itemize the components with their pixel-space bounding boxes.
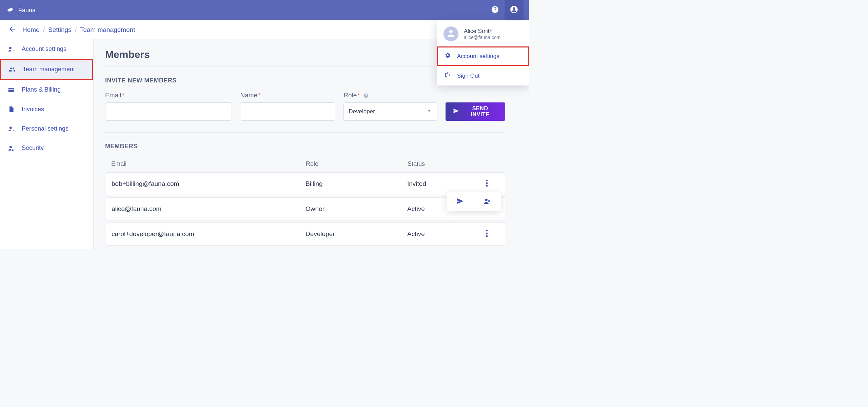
member-email: bob+billing@fauna.com xyxy=(112,180,305,188)
invite-name-input[interactable] xyxy=(240,102,335,121)
col-email: Email xyxy=(111,160,306,168)
role-help-icon[interactable] xyxy=(363,93,369,98)
required-indicator: * xyxy=(357,92,360,99)
back-button[interactable] xyxy=(8,25,16,35)
menu-item-label: Sign Out xyxy=(457,73,479,79)
remove-member-button[interactable] xyxy=(474,192,501,211)
topbar: Fauna xyxy=(0,0,529,20)
avatar-icon xyxy=(446,28,456,40)
sidebar-item-invoices[interactable]: Invoices xyxy=(0,99,93,119)
user-lock-icon xyxy=(7,145,16,152)
table-row: carol+developer@fauna.com Developer Acti… xyxy=(105,222,505,246)
users-icon xyxy=(8,66,17,73)
name-label: Name* xyxy=(240,92,335,99)
sidebar-item-team-management[interactable]: Team management xyxy=(0,59,93,80)
sidebar-item-label: Personal settings xyxy=(22,125,68,132)
required-indicator: * xyxy=(122,92,124,99)
breadcrumb-separator: / xyxy=(43,26,45,34)
member-role: Owner xyxy=(305,205,407,213)
svg-point-4 xyxy=(486,232,488,234)
members-section-label: MEMBERS xyxy=(105,143,517,150)
credit-card-icon xyxy=(7,86,16,93)
send-icon xyxy=(453,108,459,115)
svg-point-5 xyxy=(486,235,488,237)
member-status: Invited xyxy=(407,180,475,188)
account-button[interactable] xyxy=(505,0,524,20)
svg-point-0 xyxy=(486,179,488,181)
breadcrumb: Home / Settings / Team management xyxy=(22,26,135,34)
sidebar-item-personal-settings[interactable]: Personal settings xyxy=(0,119,93,138)
sidebar: Account settings Team management Plans &… xyxy=(0,39,94,249)
kebab-icon xyxy=(486,179,488,189)
email-label: Email* xyxy=(105,92,232,99)
help-icon xyxy=(491,5,499,15)
menu-item-account-settings[interactable]: Account settings xyxy=(437,46,529,66)
account-name: Alice Smith xyxy=(464,28,500,35)
send-icon xyxy=(456,197,464,207)
send-invite-label: SEND INVITE xyxy=(462,105,498,118)
invite-email-input[interactable] xyxy=(105,102,232,121)
table-row: alice@fauna.com Owner Active xyxy=(105,197,505,220)
row-menu-button[interactable] xyxy=(475,179,499,189)
member-email: carol+developer@fauna.com xyxy=(112,230,305,238)
sidebar-item-label: Invoices xyxy=(22,106,44,113)
invite-form: Email* Name* Role* Developer xyxy=(105,92,505,133)
role-label: Role* xyxy=(343,92,437,99)
send-invite-button[interactable]: SEND INVITE xyxy=(446,102,505,121)
arrow-left-icon xyxy=(8,25,16,35)
account-email: alice@fauna.com xyxy=(464,35,500,40)
sign-out-icon xyxy=(444,72,451,80)
members-table-header: Email Role Status xyxy=(105,157,505,170)
col-role: Role xyxy=(306,160,408,168)
breadcrumb-home[interactable]: Home xyxy=(22,26,40,34)
avatar xyxy=(443,26,458,41)
sidebar-item-label: Account settings xyxy=(22,45,66,53)
sidebar-item-security[interactable]: Security xyxy=(0,138,93,158)
svg-point-1 xyxy=(486,182,488,184)
users-cog-icon xyxy=(7,46,16,53)
account-icon xyxy=(510,5,518,15)
kebab-icon xyxy=(486,230,488,239)
sidebar-item-account-settings[interactable]: Account settings xyxy=(0,39,93,59)
chevron-down-icon xyxy=(426,108,432,116)
brand-logo[interactable]: Fauna xyxy=(7,5,36,15)
member-role: Billing xyxy=(305,180,407,188)
required-indicator: * xyxy=(258,92,260,99)
breadcrumb-settings[interactable]: Settings xyxy=(48,26,72,34)
menu-item-label: Account settings xyxy=(457,53,499,60)
svg-point-2 xyxy=(486,185,488,187)
table-row: bob+billing@fauna.com Billing Invited xyxy=(105,172,505,195)
resend-invite-button[interactable] xyxy=(447,192,474,211)
members-table: Email Role Status bob+billing@fauna.com … xyxy=(105,157,505,246)
role-selected-value: Developer xyxy=(349,108,375,115)
account-menu-header: Alice Smith alice@fauna.com xyxy=(437,20,529,46)
account-menu: Alice Smith alice@fauna.com Account sett… xyxy=(437,20,529,85)
sidebar-item-label: Plans & Billing xyxy=(22,86,61,93)
sidebar-item-plans-billing[interactable]: Plans & Billing xyxy=(0,80,93,99)
row-action-popup xyxy=(447,192,501,211)
menu-item-sign-out[interactable]: Sign Out xyxy=(437,66,529,85)
bird-icon xyxy=(7,5,15,15)
sidebar-item-label: Team management xyxy=(23,66,75,73)
breadcrumb-current[interactable]: Team management xyxy=(80,26,135,34)
invoice-icon xyxy=(7,105,16,113)
member-role: Developer xyxy=(305,230,407,238)
help-button[interactable] xyxy=(486,0,505,20)
gear-icon xyxy=(444,52,451,60)
svg-point-3 xyxy=(486,230,488,231)
invite-role-select[interactable]: Developer xyxy=(343,102,437,121)
col-status: Status xyxy=(408,160,475,168)
member-status: Active xyxy=(407,230,475,238)
breadcrumb-separator: / xyxy=(75,26,77,34)
brand-name: Fauna xyxy=(18,7,36,14)
user-remove-icon xyxy=(483,197,492,207)
sidebar-item-label: Security xyxy=(22,144,44,152)
row-menu-button[interactable] xyxy=(475,230,499,239)
user-cog-icon xyxy=(7,125,16,132)
member-email: alice@fauna.com xyxy=(112,205,305,213)
